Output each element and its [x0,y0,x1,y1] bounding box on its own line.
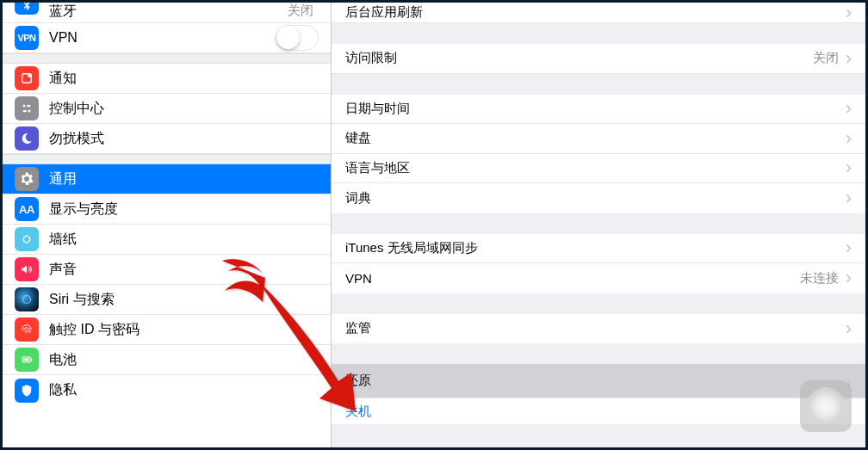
row-shutdown[interactable]: 关机 [332,398,865,424]
restrictions-label: 访问限制 [345,50,813,66]
svg-point-7 [26,235,28,237]
svg-rect-3 [27,105,31,107]
svg-point-9 [28,240,30,242]
svg-point-1 [28,74,31,77]
bluetooth-icon [15,3,39,15]
background-refresh-label: 后台应用刷新 [345,4,846,21]
svg-rect-16 [23,359,29,361]
assistive-touch-button[interactable] [800,380,852,432]
chevron-right-icon: › [846,49,852,68]
svg-point-10 [26,242,28,243]
sidebar-item-battery[interactable]: 电池 [3,345,331,375]
chevron-right-icon: › [846,268,852,287]
keyboard-label: 键盘 [345,130,846,146]
chevron-right-icon: › [846,319,852,338]
vpn-detail-value: 未连接 [800,270,839,287]
general-icon [15,167,39,191]
date-time-label: 日期与时间 [345,101,846,117]
row-dictionary[interactable]: 词典 › [332,183,865,213]
row-keyboard[interactable]: 键盘 › [332,124,865,154]
display-icon: AA [15,197,39,221]
privacy-label: 隐私 [49,381,319,399]
general-label: 通用 [49,170,319,188]
battery-icon [15,348,39,372]
reset-label: 还原 [345,373,846,389]
row-background-refresh[interactable]: 后台应用刷新 › [332,3,865,23]
chevron-right-icon: › [846,129,852,148]
sidebar-item-control-center[interactable]: 控制中心 [3,94,331,124]
sidebar-item-siri[interactable]: Siri 与搜索 [3,285,331,315]
sidebar-item-sound[interactable]: 声音 [3,255,331,285]
row-date-time[interactable]: 日期与时间 › [332,95,865,125]
wallpaper-icon [15,227,39,251]
svg-rect-15 [31,359,33,361]
dnd-icon [15,126,39,151]
bluetooth-value: 关闭 [288,3,313,19]
touchid-icon [15,317,39,342]
sidebar-item-wallpaper[interactable]: 墙纸 [3,225,331,255]
sidebar-item-touchid[interactable]: 触控 ID 与密码 [3,315,331,345]
battery-label: 电池 [49,351,319,369]
row-vpn-detail[interactable]: VPN 未连接 › [332,263,865,293]
svg-rect-5 [23,110,28,112]
row-reset[interactable]: 还原 › [332,364,865,398]
sidebar-item-display[interactable]: AA 显示与亮度 [3,194,331,225]
settings-sidebar: 蓝牙 关闭 VPN VPN 通知 控制中心 勿扰模式 [3,3,332,447]
sidebar-item-privacy[interactable]: 隐私 [3,375,331,405]
control-center-label: 控制中心 [49,100,319,118]
svg-point-4 [28,110,31,113]
notifications-icon [15,66,39,90]
row-language-region[interactable]: 语言与地区 › [332,154,865,184]
chevron-right-icon: › [846,99,852,118]
assistive-touch-icon [807,387,845,425]
dictionary-label: 词典 [345,190,846,207]
chevron-right-icon: › [846,3,852,22]
restrictions-value: 关闭 [813,50,839,66]
shutdown-label: 关机 [345,404,852,420]
siri-icon [15,287,39,311]
bluetooth-label: 蓝牙 [49,3,288,21]
detail-pane: 后台应用刷新 › 访问限制 关闭 › 日期与时间 › 键盘 › 语言与地区 [332,3,865,447]
control-center-icon [15,96,39,120]
notifications-label: 通知 [49,70,319,88]
siri-label: Siri 与搜索 [49,291,319,309]
language-region-label: 语言与地区 [345,160,846,176]
svg-point-11 [23,240,25,242]
sidebar-item-general[interactable]: 通用 [3,164,331,194]
sidebar-item-dnd[interactable]: 勿扰模式 [3,124,331,154]
sidebar-item-vpn[interactable]: VPN VPN [3,23,331,53]
svg-point-8 [28,237,30,238]
chevron-right-icon: › [846,188,852,207]
row-profiles[interactable]: 监管 › [332,314,865,344]
sidebar-item-notifications[interactable]: 通知 [3,64,331,94]
sound-icon [15,257,39,281]
vpn-label: VPN [49,30,276,46]
display-label: 显示与亮度 [49,200,319,219]
row-restrictions[interactable]: 访问限制 关闭 › [332,44,865,74]
svg-point-2 [23,105,26,108]
privacy-icon [15,379,39,403]
row-itunes-sync[interactable]: iTunes 无线局域网同步 › [332,234,865,264]
touchid-label: 触控 ID 与密码 [49,321,319,339]
chevron-right-icon: › [846,238,852,257]
vpn-switch[interactable] [276,25,319,51]
svg-point-13 [23,296,31,304]
chevron-right-icon: › [846,158,852,177]
svg-point-12 [23,237,25,238]
itunes-sync-label: iTunes 无线局域网同步 [345,240,846,256]
vpn-icon: VPN [15,26,39,50]
separator [3,53,331,64]
separator [3,154,331,164]
dnd-label: 勿扰模式 [49,130,319,148]
vpn-detail-label: VPN [345,271,800,286]
wallpaper-label: 墙纸 [49,231,319,249]
sidebar-item-bluetooth[interactable]: 蓝牙 关闭 [3,3,331,23]
profiles-label: 监管 [345,320,846,336]
sound-label: 声音 [49,261,319,279]
